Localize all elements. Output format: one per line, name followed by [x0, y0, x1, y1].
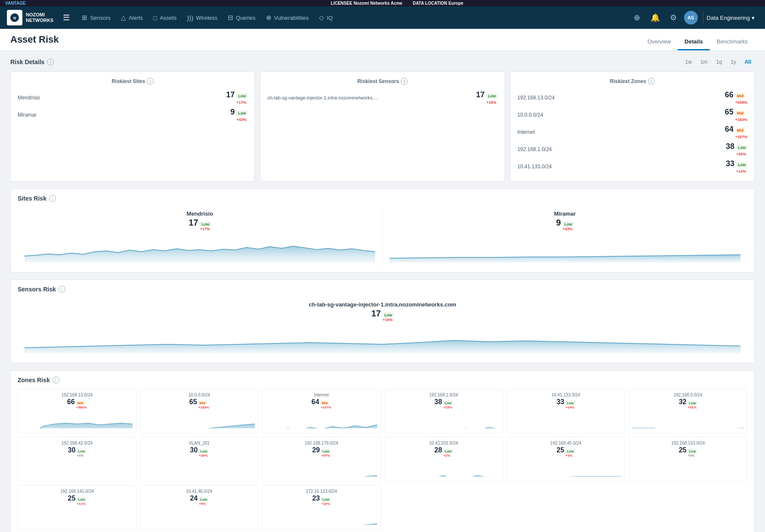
tab-benchmarks[interactable]: Benchmarks [710, 34, 755, 50]
riskiest-zones-info[interactable]: i [648, 78, 655, 85]
zones-row-4: 10.41.133.0/24 33 Low+14% [517, 158, 747, 175]
site-chart-miramar: Miramar 9 Low +43% [383, 207, 748, 266]
page-header: Asset Risk Overview Details Benchmarks [0, 29, 765, 51]
search-button[interactable]: ⊕ [630, 10, 644, 25]
nav-vulnerabilities[interactable]: ⊕ Vulnerabilities [262, 11, 313, 24]
risk-details-header: Risk Details i 1w 1m 1q 1y All [10, 58, 755, 66]
zone-card-5: 192.168.0.0/24 32 Low +51% [629, 389, 747, 433]
zone-card-14: 172.16.123.0/24 23 Low +10% [262, 485, 381, 530]
zones-row-0: 192.168.13.0/24 66 Mid+500% [517, 89, 747, 106]
sites-row-mendrisio: Mendrisio 17 Low +17% [18, 89, 248, 106]
riskiest-sites-info[interactable]: i [147, 78, 154, 85]
zones-risk-info[interactable]: i [53, 377, 59, 384]
miramar-score: 9 Low +43% [390, 218, 741, 231]
sensors-risk-header: Sensors Risk i [18, 286, 747, 293]
zones-risk-section: Zones Risk i 192.168.13.0/24 66 Mid +500… [10, 370, 755, 532]
sensors-icon: ⊞ [82, 14, 87, 22]
nav-iq[interactable]: ◇ IQ [315, 11, 337, 24]
zone-card-6: 192.168.42.0/24 30 Low +0% [18, 437, 136, 482]
avatar-button[interactable]: AS [684, 11, 698, 25]
sites-risk-section: Sites Risk i Mendrisio 17 Low +17% [10, 189, 755, 272]
zone-card-12: 192.168.141.0/24 25 Low +11% [18, 485, 136, 530]
page-title: Asset Risk [10, 34, 59, 50]
nav-assets[interactable]: □ Assets [149, 12, 181, 24]
nav-queries[interactable]: ⊟ Queries [223, 11, 260, 24]
zones-risk-title: Zones Risk [18, 377, 50, 384]
zones-grid: 192.168.13.0/24 66 Mid +500% 10.0.0.0/24… [18, 389, 747, 530]
zone-card-7: VLAN_201 30 Low +30% [140, 437, 259, 482]
sensors-risk-info[interactable]: i [59, 286, 65, 293]
logo-svg: N [9, 12, 21, 24]
assets-icon: □ [153, 14, 157, 22]
zone-card-0: 192.168.13.0/24 66 Mid +500% [18, 389, 136, 433]
top-banner: VANTAGE LICENSEE Nozomi Networks Acme DA… [0, 0, 765, 6]
iq-icon: ◇ [319, 14, 324, 22]
data-location-value: Europe [449, 1, 463, 6]
sites-chart-grid: Mendrisio 17 Low +17% [18, 207, 747, 266]
zones-row-3: 192.168.1.0/24 38 Low+25% [517, 141, 747, 158]
zone-card-10: 192.168.45.0/24 25 Low +3% [506, 437, 625, 482]
sensors-row-0: ch-lab-sg-vantage-injector-1.intra.nozom… [267, 89, 497, 106]
time-1y[interactable]: 1y [727, 58, 740, 66]
risk-cards-row: Riskiest Sites i Mendrisio 17 Low +17% M… [10, 71, 755, 182]
sites-score-mendrisio: 17 Low +17% [226, 90, 248, 105]
zone-card-9: 10.41.201.0/24 28 Low +2% [384, 437, 503, 482]
vulnerabilities-icon: ⊕ [266, 14, 272, 22]
sites-row-miramar: Miramar 9 Low +43% [18, 106, 248, 124]
riskiest-sites-title: Riskiest Sites i [18, 78, 248, 85]
risk-details-title: Risk Details [10, 59, 44, 65]
data-location-info: DATA LOCATION Europe [413, 1, 463, 6]
logo-icon: N [7, 10, 22, 25]
alerts-icon: △ [121, 14, 126, 22]
riskiest-sensors-card: Riskiest Sensors i ch-lab-sg-vantage-inj… [260, 71, 505, 182]
site-chart-mendrisio: Mendrisio 17 Low +17% [18, 207, 383, 266]
wireless-icon: ))) [187, 14, 193, 22]
tab-overview[interactable]: Overview [641, 34, 678, 50]
data-location-label: DATA LOCATION [413, 1, 447, 6]
time-1m[interactable]: 1m [697, 58, 711, 66]
zones-risk-header: Zones Risk i [18, 377, 747, 384]
risk-details-info-icon[interactable]: i [47, 59, 54, 65]
logo: N NOZOMI NETWORKS [7, 10, 53, 25]
nav-wireless[interactable]: ))) Wireless [183, 12, 222, 24]
sites-score-miramar: 9 Low +43% [230, 108, 248, 122]
miramar-sparkline [390, 235, 741, 263]
riskiest-sensors-title: Riskiest Sensors i [267, 78, 497, 85]
time-all[interactable]: All [741, 58, 755, 66]
sensor-score: 17 Low +16% [25, 309, 740, 322]
nav-alerts[interactable]: △ Alerts [117, 11, 147, 24]
zones-row-1: 10.0.0.0/24 65 Mid+183% [517, 106, 747, 124]
time-1w[interactable]: 1w [682, 58, 695, 66]
chevron-down-icon: ▾ [752, 15, 755, 21]
zones-row-2: Internet 64 Mid+107% [517, 124, 747, 141]
sites-risk-info[interactable]: i [49, 195, 56, 202]
licensee-label: LICENSEE [331, 1, 352, 6]
nav-sensors[interactable]: ⊞ Sensors [77, 11, 115, 24]
zone-card-1: 10.0.0.0/24 65 Mid +183% [140, 389, 259, 433]
content-area: Risk Details i 1w 1m 1q 1y All Riskiest … [0, 51, 765, 532]
sensor-sparkline [25, 325, 740, 353]
riskiest-zones-card: Riskiest Zones i 192.168.13.0/24 66 Mid+… [510, 71, 755, 182]
svg-text:N: N [13, 16, 16, 20]
notification-button[interactable]: 🔔 [648, 10, 663, 25]
data-engineering-button[interactable]: Data Engineering ▾ [703, 12, 758, 24]
settings-button[interactable]: ⚙ [666, 10, 681, 25]
licensee-name: Nozomi Networks Acme [353, 1, 403, 6]
zone-card-3: 192.168.1.0/24 38 Low +25% [384, 389, 503, 433]
page-tabs: Overview Details Benchmarks [641, 34, 755, 50]
sensors-risk-title: Sensors Risk [18, 286, 56, 293]
time-filters: 1w 1m 1q 1y All [682, 58, 755, 66]
vantage-label: VANTAGE [0, 1, 25, 6]
riskiest-sensors-info[interactable]: i [401, 78, 408, 85]
time-1q[interactable]: 1q [713, 58, 725, 66]
licensee-info: LICENSEE Nozomi Networks Acme [331, 1, 402, 6]
hamburger-button[interactable]: ☰ [60, 10, 72, 25]
mendrisio-sparkline [25, 235, 375, 263]
queries-icon: ⊟ [228, 14, 233, 22]
navbar: N NOZOMI NETWORKS ☰ ⊞ Sensors △ Alerts □… [0, 6, 765, 29]
sensor-chart-main: ch-lab-sg-vantage-injector-1.intra.nozom… [18, 298, 747, 357]
zone-card-8: 192.168.179.0/24 29 Low +57% [262, 437, 381, 482]
mendrisio-score: 17 Low +17% [25, 218, 375, 231]
zone-card-2: Internet 64 Mid +107% [262, 389, 381, 433]
tab-details[interactable]: Details [678, 34, 710, 50]
